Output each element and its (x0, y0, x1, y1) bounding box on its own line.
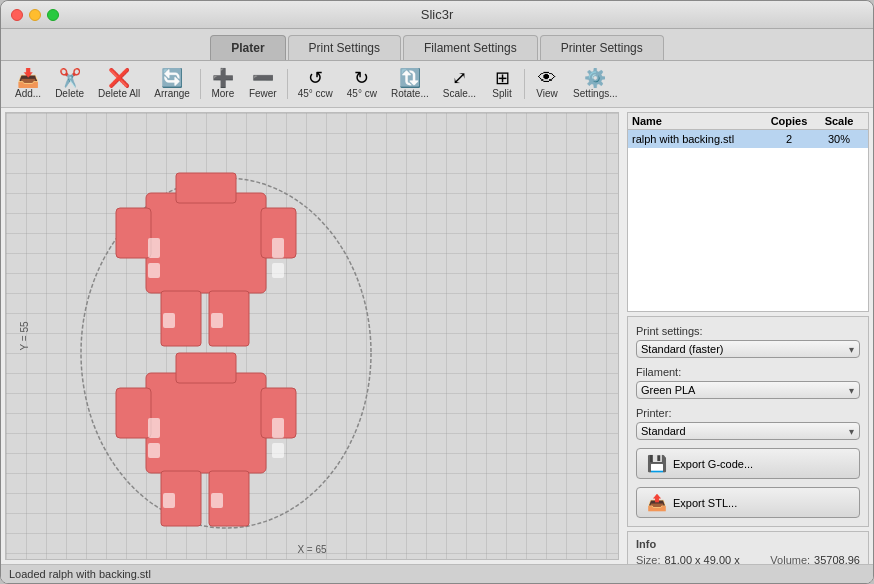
export-gcode-button[interactable]: 💾 Export G-code... (636, 448, 860, 479)
size-label: Size: (636, 554, 660, 564)
arrange-label: Arrange (154, 88, 190, 99)
svg-rect-13 (146, 373, 266, 473)
rotate-cw-label: 45° cw (347, 88, 377, 99)
table-row[interactable]: ralph with backing.stl 2 30% (628, 130, 868, 148)
more-button[interactable]: ➕ More (205, 65, 241, 103)
split-icon: ⊞ (495, 69, 510, 87)
object-copies: 2 (764, 133, 814, 145)
filament-group: Filament: Green PLA (636, 366, 860, 399)
size-info: Size: 81.00 x 49.00 x 15.00 (636, 554, 754, 564)
export-stl-label: Export STL... (673, 497, 737, 509)
object-list: Name Copies Scale ralph with backing.stl… (627, 112, 869, 312)
separator-1 (200, 69, 201, 99)
tab-print-settings[interactable]: Print Settings (288, 35, 401, 60)
settings-panel: Print settings: Standard (faster) Filame… (627, 316, 869, 527)
tab-filament-settings[interactable]: Filament Settings (403, 35, 538, 60)
more-icon: ➕ (212, 69, 234, 87)
svg-rect-24 (211, 493, 223, 508)
print-settings-select-wrapper: Standard (faster) (636, 340, 860, 358)
filament-select[interactable]: Green PLA (636, 381, 860, 399)
scale-icon: ⤢ (452, 69, 467, 87)
info-row-1: Size: 81.00 x 49.00 x 15.00 Volume: 3570… (636, 554, 860, 564)
objects-svg (66, 163, 386, 560)
delete-all-button[interactable]: ❌ Delete All (92, 65, 146, 103)
export-stl-icon: 📤 (647, 493, 667, 512)
filament-select-wrapper: Green PLA (636, 381, 860, 399)
export-stl-button[interactable]: 📤 Export STL... (636, 487, 860, 518)
rotate-ccw-label: 45° ccw (298, 88, 333, 99)
info-title: Info (636, 538, 860, 550)
print-objects (66, 163, 386, 560)
traffic-lights (11, 9, 59, 21)
split-button[interactable]: ⊞ Split (484, 65, 520, 103)
svg-rect-20 (148, 443, 160, 458)
printer-group: Printer: Standard (636, 407, 860, 440)
printer-select[interactable]: Standard (636, 422, 860, 440)
svg-rect-22 (272, 443, 284, 458)
svg-rect-23 (163, 493, 175, 508)
window-title: Slic3r (421, 7, 454, 22)
tab-plater[interactable]: Plater (210, 35, 285, 60)
add-button[interactable]: 📥 Add... (9, 65, 47, 103)
tab-printer-settings[interactable]: Printer Settings (540, 35, 664, 60)
close-button[interactable] (11, 9, 23, 21)
fewer-label: Fewer (249, 88, 277, 99)
scale-button[interactable]: ⤢ Scale... (437, 65, 482, 103)
view-button[interactable]: 👁 View (529, 65, 565, 103)
rotate-cw-button[interactable]: ↻ 45° cw (341, 65, 383, 103)
col-scale-header: Scale (814, 115, 864, 127)
maximize-button[interactable] (47, 9, 59, 21)
volume-value: 35708.96 (814, 554, 860, 564)
volume-info: Volume: 35708.96 (770, 554, 860, 564)
rotate-ccw-icon: ↺ (308, 69, 323, 87)
scale-label: Scale... (443, 88, 476, 99)
delete-icon: ✂️ (59, 69, 81, 87)
object-name: ralph with backing.stl (632, 133, 764, 145)
separator-2 (287, 69, 288, 99)
toolbar: 📥 Add... ✂️ Delete ❌ Delete All 🔄 Arrang… (1, 61, 873, 108)
y-axis-label: Y = 55 (19, 321, 30, 350)
more-label: More (211, 88, 234, 99)
view-label: View (536, 88, 558, 99)
col-name-header: Name (632, 115, 764, 127)
export-gcode-label: Export G-code... (673, 458, 753, 470)
right-panel: Name Copies Scale ralph with backing.stl… (623, 108, 873, 564)
arrange-button[interactable]: 🔄 Arrange (148, 65, 196, 103)
svg-rect-11 (163, 313, 175, 328)
print-settings-select[interactable]: Standard (faster) (636, 340, 860, 358)
svg-rect-9 (272, 238, 284, 258)
export-gcode-icon: 💾 (647, 454, 667, 473)
volume-label: Volume: (770, 554, 810, 564)
settings-button[interactable]: ⚙️ Settings... (567, 65, 623, 103)
delete-button[interactable]: ✂️ Delete (49, 65, 90, 103)
col-copies-header: Copies (764, 115, 814, 127)
print-settings-group: Print settings: Standard (faster) (636, 325, 860, 358)
delete-all-label: Delete All (98, 88, 140, 99)
view-icon: 👁 (538, 69, 556, 87)
fewer-button[interactable]: ➖ Fewer (243, 65, 283, 103)
svg-rect-2 (176, 173, 236, 203)
delete-label: Delete (55, 88, 84, 99)
size-value: 81.00 x 49.00 x 15.00 (664, 554, 754, 564)
print-settings-label: Print settings: (636, 325, 860, 337)
rotate-button[interactable]: 🔃 Rotate... (385, 65, 435, 103)
svg-rect-10 (272, 263, 284, 278)
info-box: Info Size: 81.00 x 49.00 x 15.00 Volume:… (627, 531, 869, 564)
printer-select-wrapper: Standard (636, 422, 860, 440)
svg-rect-8 (148, 263, 160, 278)
main-area: Y = 55 X = 65 (1, 108, 873, 564)
svg-rect-1 (146, 193, 266, 293)
tab-bar: Plater Print Settings Filament Settings … (1, 29, 873, 61)
settings-icon: ⚙️ (584, 69, 606, 87)
split-label: Split (492, 88, 511, 99)
svg-rect-21 (272, 418, 284, 438)
svg-rect-15 (116, 388, 151, 438)
rotate-cw-icon: ↻ (354, 69, 369, 87)
minimize-button[interactable] (29, 9, 41, 21)
canvas-area[interactable]: Y = 55 X = 65 (5, 112, 619, 560)
rotate-ccw-button[interactable]: ↺ 45° ccw (292, 65, 339, 103)
status-bar: Loaded ralph with backing.stl (1, 564, 873, 583)
rotate-label: Rotate... (391, 88, 429, 99)
add-label: Add... (15, 88, 41, 99)
settings-label: Settings... (573, 88, 617, 99)
